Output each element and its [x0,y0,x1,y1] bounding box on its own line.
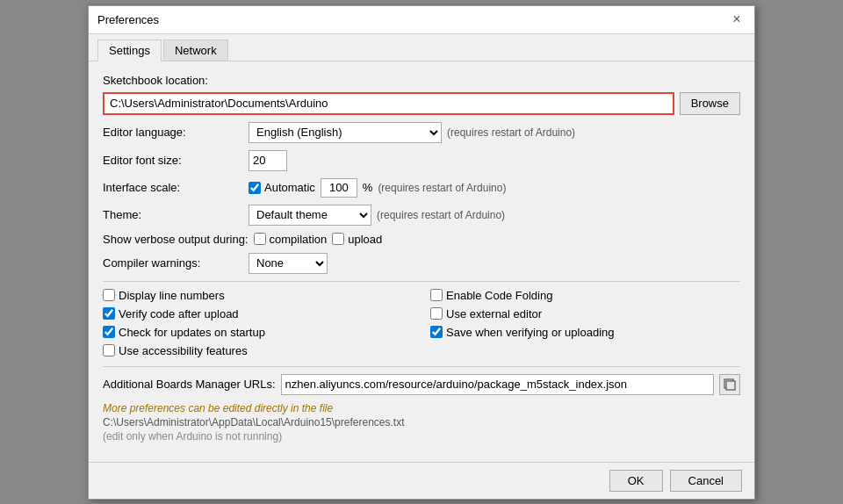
ok-button[interactable]: OK [609,470,663,492]
title-bar: Preferences × [89,6,754,34]
cancel-button[interactable]: Cancel [670,470,742,492]
tab-settings[interactable]: Settings [97,40,162,61]
editor-language-select[interactable]: English (English) [249,122,442,143]
scale-note: (requires restart of Arduino) [378,182,506,194]
browse-button[interactable]: Browse [680,92,740,115]
editor-language-row: Editor language: English (English) (requ… [103,122,740,143]
info-line2: C:\Users\Administrator\AppData\Local\Ard… [103,416,740,428]
tab-network[interactable]: Network [163,40,228,61]
close-button[interactable]: × [728,11,746,28]
interface-scale-label: Interface scale: [103,181,243,194]
sketchbook-row: Browse [103,92,740,115]
upload-checkbox[interactable] [332,233,344,245]
editor-font-label: Editor font size: [103,154,243,167]
info-line1: More preferences can be edited directly … [103,402,740,414]
verify-code-label[interactable]: Verify code after upload [103,307,413,320]
upload-checkbox-label[interactable]: upload [332,233,382,246]
checkboxes-grid: Display line numbers Enable Code Folding… [103,289,740,357]
use-external-editor-label[interactable]: Use external editor [430,307,740,320]
scale-value-input[interactable] [321,178,357,198]
divider-1 [103,281,740,282]
editor-language-label: Editor language: [103,126,243,139]
language-note: (requires restart of Arduino) [447,126,575,139]
info-line3: (edit only when Arduino is not running) [103,430,740,443]
display-line-numbers-checkbox[interactable] [103,289,115,301]
auto-scale-checkbox[interactable] [249,182,261,194]
check-updates-label[interactable]: Check for updates on startup [103,326,413,339]
auto-scale-checkbox-label[interactable]: Automatic [249,181,315,194]
urls-row: Additional Boards Manager URLs: [103,374,740,395]
accessibility-label[interactable]: Use accessibility features [103,344,413,357]
interface-scale-row: Interface scale: Automatic % (requires r… [103,178,740,198]
save-verifying-checkbox[interactable] [430,326,443,338]
display-line-numbers-label[interactable]: Display line numbers [103,289,413,302]
urls-label: Additional Boards Manager URLs: [103,378,276,391]
theme-select[interactable]: Default theme [249,205,371,226]
dialog-footer: OK Cancel [89,462,754,499]
compiler-warnings-row: Compiler warnings: None Default More All [103,253,740,274]
preferences-dialog: Preferences × Settings Network Sketchboo… [88,5,755,500]
theme-row: Theme: Default theme (requires restart o… [103,205,740,226]
enable-code-folding-label[interactable]: Enable Code Folding [430,289,740,302]
use-external-editor-checkbox[interactable] [430,307,443,320]
urls-input[interactable] [281,374,714,395]
dialog-title: Preferences [97,13,159,26]
verbose-label: Show verbose output during: [103,233,249,246]
accessibility-checkbox[interactable] [103,344,115,356]
verbose-row: Show verbose output during: compilation … [103,233,740,246]
save-verifying-label[interactable]: Save when verifying or uploading [430,326,740,339]
theme-label: Theme: [103,208,243,221]
enable-code-folding-checkbox[interactable] [430,289,443,301]
theme-note: (requires restart of Arduino) [377,209,505,221]
editor-font-input[interactable] [249,150,287,171]
check-updates-checkbox[interactable] [103,326,115,338]
verify-code-checkbox[interactable] [103,307,115,320]
sketchbook-label: Sketchbook location: [103,74,740,87]
divider-2 [103,366,740,367]
editor-font-row: Editor font size: [103,150,740,171]
settings-content: Sketchbook location: Browse Editor langu… [89,61,754,462]
urls-icon-button[interactable] [719,374,740,395]
tab-bar: Settings Network [89,34,754,61]
svg-rect-1 [726,381,735,390]
compiler-warnings-label: Compiler warnings: [103,256,243,270]
sketchbook-input[interactable] [103,92,674,115]
compiler-warnings-select[interactable]: None Default More All [249,253,328,274]
compilation-checkbox[interactable] [254,233,266,245]
compilation-checkbox-label[interactable]: compilation [254,233,328,246]
